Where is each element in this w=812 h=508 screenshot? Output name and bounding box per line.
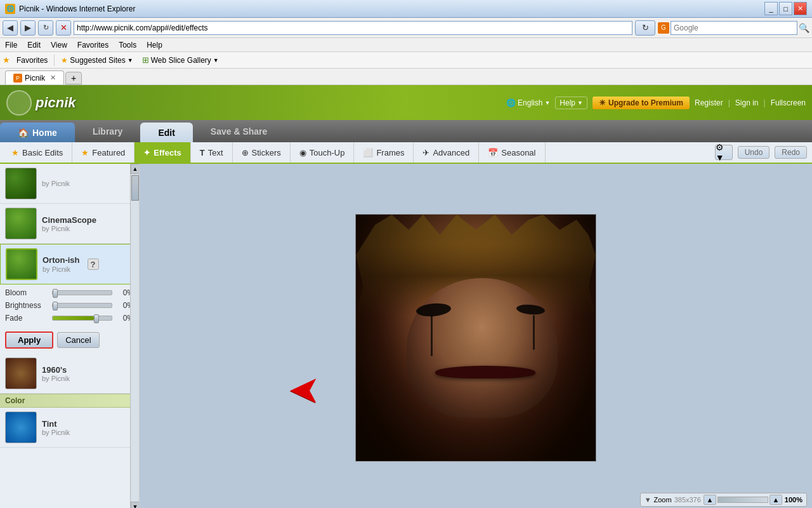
maximize-button[interactable]: □ xyxy=(779,2,792,15)
photo-content xyxy=(356,215,596,461)
search-input[interactable] xyxy=(671,21,797,35)
apply-button[interactable]: Apply xyxy=(5,331,53,349)
address-bar: ◀ ▶ ↻ ✕ ↻ G 🔍 xyxy=(0,18,812,38)
fade-thumb[interactable] xyxy=(94,314,99,323)
nav-tab-save[interactable]: Save & Share xyxy=(193,120,285,142)
effect-thumb-tint xyxy=(5,411,37,443)
app-header: picnik 🌐 English ▼ Help ▼ ☀ Upgrade to P… xyxy=(0,85,812,120)
effect-name-cinemascope: CinemaScope xyxy=(42,215,96,225)
header-separator: | xyxy=(728,98,730,107)
edit-tab-touchup[interactable]: ◉ Touch-Up xyxy=(291,142,355,163)
brightness-row: Brightness 0% xyxy=(5,301,134,310)
register-button[interactable]: Register xyxy=(695,98,723,107)
nav-tab-library[interactable]: Library xyxy=(75,120,140,142)
zoom-buttons: ▲ ▲ xyxy=(704,495,782,505)
fade-track[interactable] xyxy=(52,316,112,321)
window-title: Picnik - Windows Internet Explorer xyxy=(19,4,764,13)
refresh-button[interactable]: ↻ xyxy=(38,20,53,36)
header-separator2: | xyxy=(764,98,766,107)
undo-button[interactable]: Undo xyxy=(738,146,770,159)
cancel-button[interactable]: Cancel xyxy=(57,332,99,348)
language-button[interactable]: 🌐 English ▼ xyxy=(506,98,550,107)
tab-close-icon[interactable]: ✕ xyxy=(50,74,56,82)
fade-row: Fade 0% xyxy=(5,314,134,323)
menu-view[interactable]: View xyxy=(48,38,70,52)
effect-item-1960s[interactable]: 1960's by Picnik xyxy=(0,354,139,394)
close-button[interactable]: ✕ xyxy=(794,2,807,15)
edit-tab-effects[interactable]: ✦ Effects xyxy=(134,142,190,163)
redo-button[interactable]: Redo xyxy=(775,146,807,159)
suggested-sites[interactable]: ★ Suggested Sites ▼ xyxy=(58,53,135,67)
scroll-track[interactable] xyxy=(131,174,139,502)
bloom-track[interactable] xyxy=(52,290,112,295)
search-icon[interactable]: 🔍 xyxy=(799,23,809,33)
edit-tab-advanced[interactable]: ✈ Advanced xyxy=(414,142,479,163)
question-icon[interactable]: ? xyxy=(88,258,99,270)
effect-item-cinemascope[interactable]: CinemaScope by Picnik xyxy=(0,204,139,244)
browser-tab-picnik[interactable]: P Picnik ✕ xyxy=(5,70,64,84)
picnik-logo-text: picnik xyxy=(36,95,76,111)
favorites-bar: ★ Favorites ★ Suggested Sites ▼ ⊞ Web Sl… xyxy=(0,52,812,69)
address-input[interactable] xyxy=(74,21,632,35)
upgrade-button[interactable]: ☀ Upgrade to Premium xyxy=(593,97,690,109)
app-icon: 🌐 xyxy=(5,4,15,14)
signin-button[interactable]: Sign in xyxy=(735,98,759,107)
zoom-out-button[interactable]: ▲ xyxy=(704,495,716,505)
edit-toolbar-right: ⚙ ▼ Undo Redo xyxy=(715,142,812,163)
zoom-control: ▼ Zoom 385x376 ▲ ▲ 100% xyxy=(640,493,807,507)
menu-tools[interactable]: Tools xyxy=(116,38,139,52)
menu-help[interactable]: Help xyxy=(144,38,165,52)
edit-tab-featured[interactable]: ★ Featured xyxy=(72,142,134,163)
sidebar-scroll[interactable]: by Picnik CinemaScope by Picnik Orton-is… xyxy=(0,164,139,508)
menu-favorites[interactable]: Favorites xyxy=(75,38,111,52)
picnik-logo-circle xyxy=(6,90,32,116)
minimize-button[interactable]: _ xyxy=(764,2,778,15)
edit-tab-stickers[interactable]: ⊕ Stickers xyxy=(233,142,291,163)
zoom-in-button[interactable]: ▲ xyxy=(769,495,782,505)
zoom-label: Zoom xyxy=(654,496,672,504)
web-slice-gallery[interactable]: ⊞ Web Slice Gallery ▼ xyxy=(140,53,221,67)
edit-tab-text[interactable]: T Text xyxy=(191,142,233,163)
effect-by-orton: by Picnik xyxy=(43,265,70,273)
stop-button[interactable]: ✕ xyxy=(56,20,71,36)
web-slice-chevron: ▼ xyxy=(213,57,219,64)
fade-label: Fade xyxy=(5,314,49,323)
effect-thumb-0 xyxy=(5,168,37,199)
effect-info-orton: Orton-ish by Picnik ? xyxy=(43,255,99,274)
menu-file[interactable]: File xyxy=(3,38,20,52)
zoom-slider[interactable] xyxy=(717,497,768,503)
forward-button[interactable]: ▶ xyxy=(20,20,36,36)
brightness-thumb[interactable] xyxy=(53,302,58,311)
edit-tab-frames[interactable]: ⬜ Frames xyxy=(354,142,414,163)
favorites-button[interactable]: Favorites xyxy=(14,53,50,67)
menu-edit[interactable]: Edit xyxy=(25,38,43,52)
effect-item-partial[interactable]: by Picnik xyxy=(0,164,139,204)
scroll-down-arrow[interactable]: ▼ xyxy=(131,502,140,508)
suggested-sites-icon: ★ xyxy=(61,56,68,65)
effect-item-orton[interactable]: Orton-ish by Picnik ? xyxy=(0,244,139,284)
nav-tab-edit[interactable]: Edit xyxy=(140,123,192,142)
left-sidebar: by Picnik CinemaScope by Picnik Orton-is… xyxy=(0,164,140,508)
bloom-thumb[interactable] xyxy=(53,289,58,298)
fullscreen-button[interactable]: Fullscreen xyxy=(771,98,806,107)
zoom-fill xyxy=(718,497,768,502)
refresh-go-button[interactable]: ↻ xyxy=(635,20,655,36)
new-tab-button[interactable]: + xyxy=(65,72,82,84)
scroll-thumb[interactable] xyxy=(131,175,139,201)
back-button[interactable]: ◀ xyxy=(3,20,18,36)
effect-by-0: by Picnik xyxy=(42,180,70,187)
edit-toolbar: ★ Basic Edits ★ Featured ✦ Effects T Tex… xyxy=(0,142,812,164)
effects-icon: ✦ xyxy=(143,148,150,157)
nav-tab-home[interactable]: 🏠 Home xyxy=(0,123,75,142)
settings-gear-button[interactable]: ⚙ ▼ xyxy=(715,145,733,160)
window-controls[interactable]: _ □ ✕ xyxy=(764,2,807,15)
edit-tab-basic[interactable]: ★ Basic Edits xyxy=(3,142,72,163)
zoom-chevron[interactable]: ▼ xyxy=(645,496,652,504)
effect-item-tint[interactable]: Tint by Picnik xyxy=(0,408,139,448)
help-button[interactable]: Help ▼ xyxy=(555,97,587,109)
menu-bar: File Edit View Favorites Tools Help xyxy=(0,38,812,52)
main-nav: 🏠 Home Library Edit Save & Share xyxy=(0,120,812,142)
brightness-track[interactable] xyxy=(52,303,112,308)
edit-tab-seasonal[interactable]: 📅 Seasonal xyxy=(479,142,545,163)
scroll-up-arrow[interactable]: ▲ xyxy=(131,164,140,174)
